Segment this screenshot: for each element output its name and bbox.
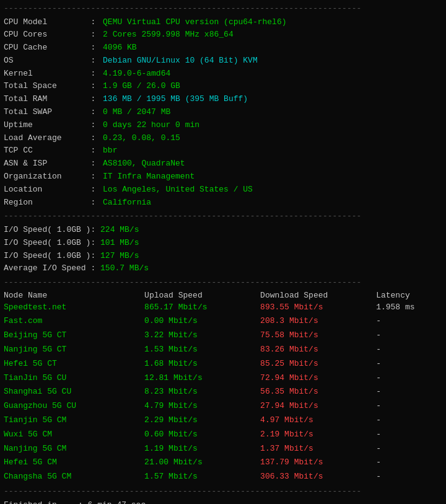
colon: : bbox=[90, 106, 100, 119]
network-download: 72.94 Mbit/s bbox=[260, 371, 376, 386]
network-download: 1.37 Mbit/s bbox=[260, 442, 376, 456]
network-download: 83.26 Mbit/s bbox=[260, 343, 376, 357]
colon: : bbox=[90, 170, 100, 183]
col-header-download: Download Speed bbox=[260, 290, 376, 301]
colon: : bbox=[90, 237, 100, 250]
network-upload: 0.60 Mbit/s bbox=[144, 428, 260, 442]
sysinfo-row: CPU Model : QEMU Virtual CPU version (cp… bbox=[4, 16, 442, 29]
sysinfo-label: Total Space bbox=[4, 80, 90, 93]
network-download: 27.94 Mbit/s bbox=[260, 399, 376, 413]
network-download: 75.58 Mbit/s bbox=[260, 329, 376, 343]
colon: : bbox=[90, 144, 100, 157]
sysinfo-label: CPU Model bbox=[4, 16, 90, 29]
network-node: Tianjin 5G CM bbox=[4, 413, 144, 428]
network-download: 208.3 Mbit/s bbox=[260, 314, 376, 329]
sysinfo-label: CPU Cores bbox=[4, 29, 90, 42]
network-row: Guangzhou 5G CU4.79 Mbit/s27.94 Mbit/s- bbox=[4, 399, 442, 413]
iospeed-value: 224 MB/s bbox=[100, 224, 139, 237]
network-latency: - bbox=[376, 399, 442, 413]
sysinfo-label: OS bbox=[4, 55, 90, 68]
colon: : bbox=[90, 80, 100, 93]
colon: : bbox=[90, 68, 100, 81]
iospeed-label: Average I/O Speed bbox=[4, 262, 90, 275]
colon: : bbox=[90, 119, 100, 132]
network-node: Wuxi 5G CM bbox=[4, 428, 144, 442]
network-latency: - bbox=[376, 357, 442, 371]
network-node: Beijing 5G CT bbox=[4, 329, 144, 343]
network-upload: 0.00 Mbit/s bbox=[144, 314, 260, 329]
network-upload: 12.81 Mbit/s bbox=[144, 371, 260, 386]
colon: : bbox=[90, 183, 100, 197]
network-row: Fast.com0.00 Mbit/s208.3 Mbit/s- bbox=[4, 314, 442, 329]
terminal: ----------------------------------------… bbox=[0, 0, 446, 504]
network-latency: - bbox=[376, 442, 442, 456]
colon: : bbox=[90, 16, 100, 29]
sysinfo-label: Total RAM bbox=[4, 93, 90, 106]
sysinfo-value: 1.9 GB / 26.0 GB bbox=[103, 80, 180, 93]
sysinfo-value: 0 days 22 hour 0 min bbox=[103, 119, 199, 132]
sysinfo-label: Location bbox=[4, 183, 90, 197]
sysinfo-value: 136 MB / 1995 MB (395 MB Buff) bbox=[103, 93, 248, 106]
sysinfo-value: 0 MB / 2047 MB bbox=[103, 106, 170, 119]
sysinfo-label: Uptime bbox=[4, 119, 90, 132]
sysinfo-row: Load Average : 0.23, 0.08, 0.15 bbox=[4, 132, 442, 145]
sysinfo-row: Total RAM : 136 MB / 1995 MB (395 MB Buf… bbox=[4, 93, 442, 106]
colon: : bbox=[90, 132, 100, 145]
sysinfo-value: QEMU Virtual CPU version (cpu64-rhel6) bbox=[103, 16, 286, 29]
sysinfo-label: Kernel bbox=[4, 68, 90, 81]
sysinfo-row: Region : California bbox=[4, 197, 442, 210]
iospeed-value: 101 MB/s bbox=[100, 237, 139, 250]
sysinfo-value: California bbox=[103, 197, 151, 210]
network-upload: 3.22 Mbit/s bbox=[144, 329, 260, 343]
sysinfo-label: Total SWAP bbox=[4, 106, 90, 119]
sysinfo-row: TCP CC : bbr bbox=[4, 144, 442, 157]
network-node: Fast.com bbox=[4, 314, 144, 329]
iospeed-row: Average I/O Speed : 150.7 MB/s bbox=[4, 262, 442, 275]
network-upload: 1.19 Mbit/s bbox=[144, 442, 260, 456]
sysinfo-row: Organization : IT Infra Management bbox=[4, 170, 442, 183]
network-latency: - bbox=[376, 314, 442, 329]
colon: : bbox=[90, 93, 100, 106]
footer-value: 6 min 47 sec bbox=[88, 499, 146, 505]
sysinfo-row: Location : Los Angeles, United States / … bbox=[4, 183, 442, 197]
network-download: 893.55 Mbit/s bbox=[260, 301, 376, 315]
network-node: Guangzhou 5G CU bbox=[4, 399, 144, 413]
network-row: Nanjing 5G CM1.19 Mbit/s1.37 Mbit/s- bbox=[4, 442, 442, 456]
network-node: Changsha 5G CM bbox=[4, 470, 144, 484]
sysinfo-value: IT Infra Management bbox=[103, 170, 195, 183]
sysinfo-row: Kernel : 4.19.0-6-amd64 bbox=[4, 68, 442, 81]
footer-row: Finished in : 6 min 47 sec bbox=[4, 499, 442, 505]
sysinfo-value: 2 Cores 2599.998 MHz x86_64 bbox=[103, 29, 234, 42]
col-header-node: Node Name bbox=[4, 290, 144, 301]
colon: : bbox=[90, 55, 100, 68]
sysinfo-label: Region bbox=[4, 197, 90, 210]
sysinfo-row: CPU Cores : 2 Cores 2599.998 MHz x86_64 bbox=[4, 29, 442, 42]
network-latency: - bbox=[376, 329, 442, 343]
iospeed-label: I/O Speed( 1.0GB ) bbox=[4, 224, 90, 237]
sysinfo-value: 0.23, 0.08, 0.15 bbox=[103, 132, 180, 145]
divider-iospeed: ----------------------------------------… bbox=[4, 210, 442, 223]
network-node: TianJin 5G CU bbox=[4, 371, 144, 386]
footer-label: Finished in bbox=[4, 499, 78, 505]
sysinfo-row: ASN & ISP : AS8100, QuadraNet bbox=[4, 157, 442, 170]
colon: : bbox=[90, 157, 100, 170]
network-download: 56.35 Mbit/s bbox=[260, 385, 376, 399]
network-row: Beijing 5G CT3.22 Mbit/s75.58 Mbit/s- bbox=[4, 329, 442, 343]
colon: : bbox=[90, 250, 100, 263]
network-node: Hefei 5G CM bbox=[4, 456, 144, 470]
network-upload: 21.00 Mbit/s bbox=[144, 456, 260, 470]
iospeed-row: I/O Speed( 1.0GB ): 101 MB/s bbox=[4, 237, 442, 250]
col-header-upload: Upload Speed bbox=[144, 290, 260, 301]
network-node: Speedtest.net bbox=[4, 301, 144, 315]
sysinfo-label: CPU Cache bbox=[4, 42, 90, 55]
iospeed-value: 150.7 MB/s bbox=[100, 262, 149, 275]
iospeed-row: I/O Speed( 1.0GB ): 224 MB/s bbox=[4, 224, 442, 237]
colon: : bbox=[90, 29, 100, 42]
sysinfo-value: Los Angeles, United States / US bbox=[103, 183, 253, 197]
network-latency: - bbox=[376, 470, 442, 484]
iospeed-value: 127 MB/s bbox=[100, 250, 139, 263]
network-upload: 1.68 Mbit/s bbox=[144, 357, 260, 371]
network-row: Speedtest.net865.17 Mbit/s893.55 Mbit/s1… bbox=[4, 301, 442, 315]
network-row: Hefei 5G CM21.00 Mbit/s137.79 Mbit/s- bbox=[4, 456, 442, 470]
network-row: Wuxi 5G CM0.60 Mbit/s2.19 Mbit/s- bbox=[4, 428, 442, 442]
